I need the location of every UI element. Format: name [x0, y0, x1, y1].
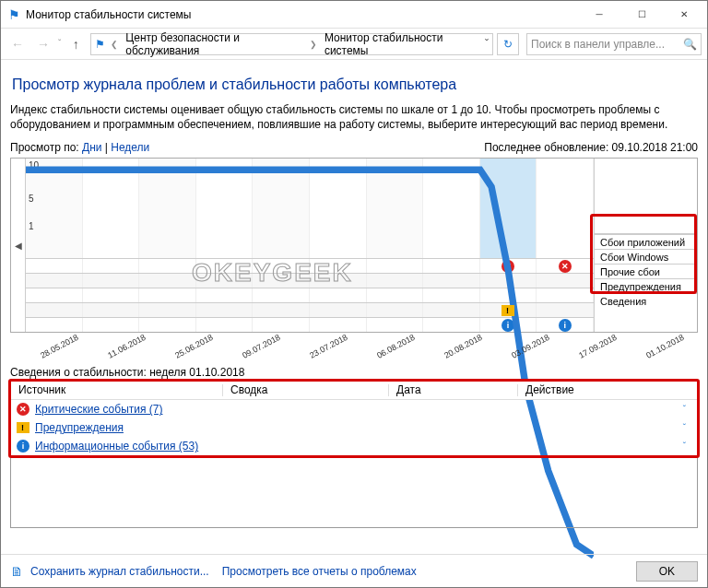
row-information[interactable]: i Информационные события (53) ˇ	[11, 437, 697, 455]
view-all-reports-link[interactable]: Просмотреть все отчеты о проблемах	[222, 565, 417, 578]
warning-icon[interactable]	[502, 305, 514, 316]
col-date[interactable]: Дата	[389, 382, 518, 399]
chart-plot[interactable]: 10 5 1 OKEYGEEK	[26, 159, 594, 258]
row-critical[interactable]: ✕ Критические события (7) ˇ	[11, 400, 697, 418]
view-by: Просмотр по: Дни | Недели	[10, 141, 149, 154]
save-icon: 🗎	[10, 564, 23, 579]
save-report-link[interactable]: Сохранить журнал стабильности...	[30, 565, 209, 578]
search-placeholder: Поиск в панели управле...	[531, 38, 665, 51]
breadcrumb-item-security[interactable]: Центр безопасности и обслуживания	[124, 31, 304, 57]
col-summary[interactable]: Сводка	[223, 382, 389, 399]
view-days-link[interactable]: Дни	[82, 141, 101, 154]
search-input[interactable]: Поиск в панели управле... 🔍	[526, 33, 702, 55]
chevron-down-icon[interactable]: ˇ	[683, 441, 691, 452]
breadcrumb-item-reliability[interactable]: Монитор стабильности системы	[323, 31, 479, 57]
chevron-right-icon: ❯	[310, 40, 317, 49]
scroll-left[interactable]: ◀	[11, 159, 26, 332]
forward-button[interactable]: →	[32, 33, 54, 55]
last-update: Последнее обновление: 09.10.2018 21:00	[484, 141, 698, 154]
critical-events-link[interactable]: Критические события (7)	[35, 403, 162, 416]
minimize-button[interactable]: ─	[578, 1, 620, 28]
maximize-button[interactable]: ☐	[620, 1, 663, 28]
view-weeks-link[interactable]: Недели	[111, 141, 149, 154]
legend-app-failures: Сбои приложений	[595, 234, 697, 249]
back-button[interactable]: ←	[6, 33, 29, 55]
error-icon: ✕	[17, 403, 30, 416]
refresh-button[interactable]: ↻	[497, 33, 519, 55]
titlebar: ⚑ Монитор стабильности системы ─ ☐ ✕	[1, 1, 707, 29]
flag-icon: ⚑	[8, 7, 20, 22]
warnings-link[interactable]: Предупреждения	[35, 421, 124, 434]
history-dropdown[interactable]: ˇ	[58, 39, 61, 49]
chevron-down-icon[interactable]: ˇ	[485, 38, 489, 51]
flag-icon: ⚑	[95, 38, 105, 51]
chevron-down-icon[interactable]: ˇ	[683, 423, 691, 433]
info-icon: i	[17, 440, 30, 453]
details-table: Источник Сводка Дата Действие ✕ Критичес…	[10, 381, 698, 528]
page-title: Просмотр журнала проблем и стабильности …	[12, 76, 698, 93]
legend-windows-failures: Сбои Windows	[595, 249, 697, 264]
reliability-chart: ◀ 10 5 1 OKEYGEEK ✕✕ ii	[10, 158, 698, 333]
ok-button[interactable]: OK	[636, 561, 698, 582]
row-warnings[interactable]: Предупреждения ˇ	[11, 418, 697, 437]
toolbar: ← → ˇ ↑ ⚑ ❮ Центр безопасности и обслужи…	[1, 29, 707, 60]
window-title: Монитор стабильности системы	[26, 8, 578, 21]
chevron-right-icon: ❮	[111, 40, 118, 49]
chevron-down-icon[interactable]: ˇ	[683, 405, 691, 415]
information-link[interactable]: Информационные события (53)	[35, 440, 198, 453]
description: Индекс стабильности системы оценивает об…	[10, 102, 698, 132]
warning-icon	[17, 422, 30, 433]
legend: Сбои приложений Сбои Windows Прочие сбои…	[594, 159, 697, 332]
table-header: Источник Сводка Дата Действие	[11, 382, 697, 400]
breadcrumb[interactable]: ⚑ ❮ Центр безопасности и обслуживания ❯ …	[90, 33, 493, 55]
search-icon: 🔍	[683, 38, 697, 51]
close-button[interactable]: ✕	[663, 1, 705, 28]
col-action[interactable]: Действие	[518, 382, 697, 399]
footer: 🗎 Сохранить журнал стабильности... Просм…	[1, 554, 707, 587]
up-button[interactable]: ↑	[65, 33, 87, 55]
legend-other-failures: Прочие сбои	[595, 264, 697, 278]
legend-information: Сведения	[595, 293, 697, 308]
legend-warnings: Предупреждения	[595, 278, 697, 293]
col-source[interactable]: Источник	[11, 382, 223, 399]
